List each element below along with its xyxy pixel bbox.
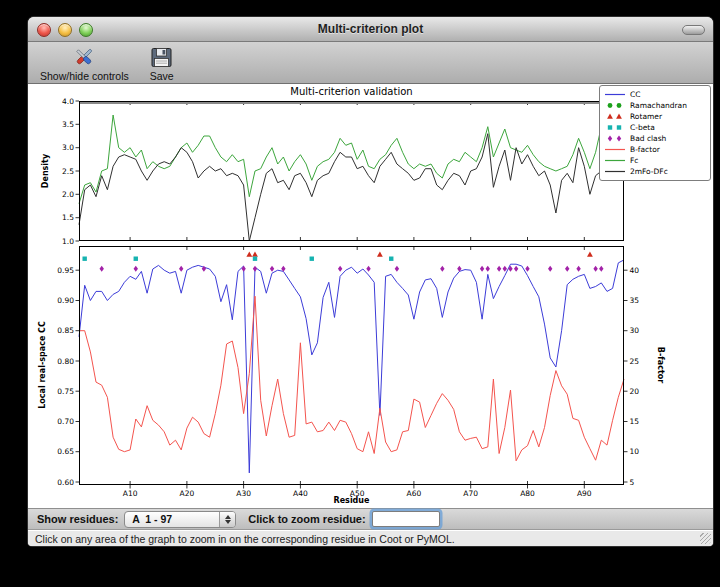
svg-text:2.0: 2.0 <box>62 190 74 199</box>
plot-title: Multi-criterion validation <box>79 86 624 97</box>
svg-text:1.5: 1.5 <box>62 213 74 222</box>
zoom-residue-label: Click to zoom residue: <box>248 513 365 525</box>
legend-entry-label: C-beta <box>630 123 655 132</box>
resize-grip-icon[interactable] <box>700 533 711 544</box>
svg-text:0.80: 0.80 <box>57 357 74 366</box>
svg-text:A60: A60 <box>407 489 422 498</box>
stepper-down-icon <box>225 520 231 524</box>
zoom-button[interactable] <box>79 23 93 37</box>
legend: CCRamachandranRotamerC-betaBad clashB-fa… <box>599 85 711 181</box>
legend-entry: C-beta <box>604 122 706 133</box>
legend-entry-label: Ramachandran <box>630 101 687 110</box>
svg-text:A70: A70 <box>463 489 478 498</box>
svg-text:A10: A10 <box>123 489 138 498</box>
legend-entry: 2mFo-DFc <box>604 166 706 177</box>
tools-icon <box>71 45 97 69</box>
legend-entry-label: CC <box>630 90 640 99</box>
svg-text:0.85: 0.85 <box>57 326 74 335</box>
svg-text:25: 25 <box>630 357 640 366</box>
bfactor-axis-label: B-factor <box>656 347 665 383</box>
density-axis-label: Density <box>41 154 50 188</box>
chain-range-dropdown[interactable]: A 1 - 97 <box>124 511 236 528</box>
title-bar[interactable]: Multi-criterion plot <box>28 17 713 42</box>
svg-text:A40: A40 <box>293 489 308 498</box>
window-controls <box>37 23 93 37</box>
legend-entry-label: Bad clash <box>630 134 666 143</box>
svg-text:0.65: 0.65 <box>57 447 74 456</box>
legend-entry-label: Fc <box>630 156 638 165</box>
svg-text:A90: A90 <box>577 489 592 498</box>
window-title: Multi-criterion plot <box>28 17 713 41</box>
svg-text:0.95: 0.95 <box>57 266 74 275</box>
svg-text:A80: A80 <box>520 489 535 498</box>
svg-text:1.0: 1.0 <box>62 237 74 246</box>
svg-text:4.0: 4.0 <box>62 97 74 106</box>
legend-entry: CC <box>604 89 706 100</box>
show-hide-controls-button[interactable]: Show/hide controls <box>40 45 129 82</box>
svg-text:A50: A50 <box>350 489 365 498</box>
svg-text:35: 35 <box>630 296 640 305</box>
save-floppy-icon <box>149 45 175 69</box>
svg-text:0.90: 0.90 <box>57 296 74 305</box>
svg-text:0.70: 0.70 <box>57 417 74 426</box>
status-message: Click on any area of the graph to zoom i… <box>35 533 455 545</box>
plot-canvas[interactable]: Multi-criterion validation Density Local… <box>28 84 713 508</box>
legend-entry-label: B-factor <box>630 145 660 154</box>
controls-bar: Show residues: A 1 - 97 Click to zoom re… <box>28 508 713 530</box>
show-residues-label: Show residues: <box>37 513 118 525</box>
legend-entry: Ramachandran <box>604 100 706 111</box>
svg-text:40: 40 <box>630 266 640 275</box>
multi-criterion-plot-window: Multi-criterion plot Show/hide controls <box>28 17 713 546</box>
legend-entry-label: 2mFo-DFc <box>630 167 668 176</box>
cc-bfactor-plot[interactable]: A10A20A30A40A50A60A70A80A900.600.650.700… <box>79 246 624 485</box>
svg-text:30: 30 <box>630 326 640 335</box>
legend-entry: Bad clash <box>604 133 706 144</box>
svg-text:0.60: 0.60 <box>57 478 74 487</box>
svg-text:3.0: 3.0 <box>62 143 74 152</box>
svg-text:10: 10 <box>630 447 640 456</box>
save-label: Save <box>150 70 174 82</box>
chain-range-value: A 1 - 97 <box>125 513 219 525</box>
svg-text:3.5: 3.5 <box>62 120 74 129</box>
legend-entry: Fc <box>604 155 706 166</box>
cc-axis-label: Local real-space CC <box>38 321 47 409</box>
legend-entry: Rotamer <box>604 111 706 122</box>
svg-text:A20: A20 <box>180 489 195 498</box>
minimize-button[interactable] <box>58 23 72 37</box>
toolbar-toggle-button[interactable] <box>682 25 705 35</box>
legend-entry: B-factor <box>604 144 706 155</box>
legend-entry-label: Rotamer <box>630 112 662 121</box>
show-hide-controls-label: Show/hide controls <box>40 70 129 82</box>
svg-text:2.5: 2.5 <box>62 167 74 176</box>
svg-text:5: 5 <box>630 478 635 487</box>
status-bar: Click on any area of the graph to zoom i… <box>28 531 713 546</box>
svg-text:15: 15 <box>630 417 640 426</box>
svg-text:0.75: 0.75 <box>57 387 74 396</box>
dropdown-stepper[interactable] <box>219 512 235 527</box>
svg-text:20: 20 <box>630 387 640 396</box>
svg-text:A30: A30 <box>236 489 251 498</box>
zoom-residue-input[interactable] <box>372 511 440 527</box>
stepper-up-icon <box>225 515 231 519</box>
toolbar: Show/hide controls Save <box>28 42 713 84</box>
density-plot[interactable]: 1.01.52.02.53.03.54.0 <box>79 101 624 241</box>
save-button[interactable]: Save <box>149 45 175 82</box>
close-button[interactable] <box>37 23 51 37</box>
